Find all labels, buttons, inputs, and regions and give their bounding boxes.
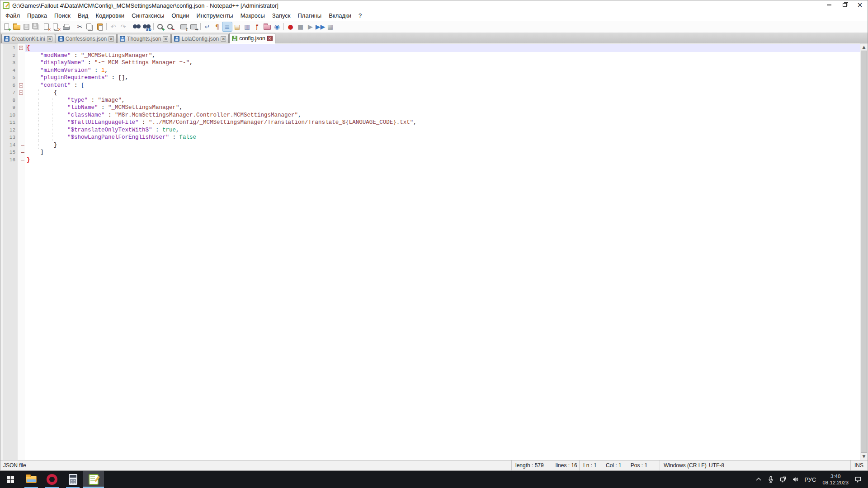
- function-list-button[interactable]: ƒ: [252, 22, 262, 31]
- word-wrap-button[interactable]: ↵: [203, 22, 212, 31]
- volume-tray-button[interactable]: [789, 471, 801, 488]
- folder-as-workspace-button[interactable]: [262, 22, 272, 31]
- code-text[interactable]: }: [25, 156, 860, 164]
- code-text[interactable]: "type" : "image",: [25, 97, 860, 104]
- print-button[interactable]: [61, 22, 71, 31]
- menu-run[interactable]: Запуск: [269, 11, 294, 20]
- fold-toggle[interactable]: [18, 89, 25, 97]
- encoding-label[interactable]: UTF-8: [705, 460, 850, 470]
- new-file-button[interactable]: +: [2, 22, 11, 31]
- editor[interactable]: 1{2 "modName" : "_MCMSettingsManager",3 …: [0, 43, 868, 460]
- save-button[interactable]: [22, 22, 31, 31]
- find-button[interactable]: [132, 22, 142, 31]
- tab-thoughts-json[interactable]: Thoughts.json×: [117, 34, 171, 43]
- start-button[interactable]: [0, 471, 21, 488]
- tab-close-icon[interactable]: ×: [221, 36, 226, 42]
- redo-button[interactable]: ↷: [118, 22, 128, 31]
- monitoring-button[interactable]: ◉: [272, 22, 282, 31]
- menu-tabs[interactable]: Вкладки: [325, 11, 355, 20]
- action-center-button[interactable]: [852, 471, 864, 488]
- close-all-button[interactable]: ×: [52, 22, 61, 31]
- microphone-tray-button[interactable]: [764, 471, 777, 488]
- eol-format-label[interactable]: Windows (CR LF): [660, 460, 705, 470]
- code-text[interactable]: "$showLangPanelForEnglishUser" : false: [25, 134, 860, 141]
- code-text[interactable]: "content" : [: [25, 82, 860, 89]
- save-all-button[interactable]: [32, 22, 41, 31]
- tray-expand-button[interactable]: [752, 471, 764, 488]
- calculator-button[interactable]: [62, 471, 83, 488]
- tab-label: config.json: [239, 35, 265, 42]
- file-explorer-button[interactable]: [21, 471, 42, 488]
- code-text[interactable]: "modName" : "_MCMSettingsManager",: [25, 52, 860, 60]
- document-list-button[interactable]: ▥: [242, 22, 252, 31]
- undo-button[interactable]: ↶: [108, 22, 118, 31]
- code-text[interactable]: {: [25, 44, 860, 52]
- notepad-plus-plus-taskbar-button[interactable]: [83, 471, 104, 488]
- opera-gx-button[interactable]: [42, 471, 62, 488]
- insert-mode-label[interactable]: INS: [850, 460, 868, 470]
- length-label: length : 579: [515, 462, 544, 469]
- language-indicator[interactable]: РУС: [801, 476, 819, 483]
- run-macro-multiple-button[interactable]: ▶▶: [316, 22, 325, 31]
- restore-button[interactable]: [837, 0, 852, 9]
- tab-close-icon[interactable]: ×: [163, 36, 168, 42]
- close-window-button[interactable]: ×: [852, 0, 868, 9]
- scrollbar-thumb[interactable]: [861, 51, 867, 453]
- paste-button[interactable]: [95, 22, 104, 31]
- tab-close-icon[interactable]: ×: [108, 36, 114, 42]
- menu-view[interactable]: Вид: [74, 11, 92, 20]
- menu-plugins[interactable]: Плагины: [294, 11, 326, 20]
- zoom-in-button[interactable]: +: [156, 22, 165, 31]
- sync-vertical-scroll-button[interactable]: ↕: [179, 22, 189, 31]
- document-map-button[interactable]: ▤: [232, 22, 242, 31]
- code-text[interactable]: "libName" : "_MCMSettingsManager",: [25, 104, 860, 112]
- fold-toggle[interactable]: [18, 44, 25, 52]
- code-text[interactable]: }: [25, 141, 860, 149]
- code-text[interactable]: "minMcmVersion" : 1,: [25, 67, 860, 75]
- line-number: 16: [3, 156, 18, 164]
- menu-options[interactable]: Опции: [168, 11, 193, 20]
- network-tray-button[interactable]: [777, 471, 789, 488]
- tab-lolaconfig-json[interactable]: LolaConfig.json×: [171, 34, 229, 43]
- menu-macros[interactable]: Макросы: [237, 11, 269, 20]
- fold-toggle[interactable]: [18, 82, 25, 89]
- menu-help[interactable]: ?: [355, 11, 365, 20]
- tab-config-json[interactable]: config.json×: [229, 33, 275, 43]
- code-text[interactable]: {: [25, 89, 860, 97]
- show-indent-guide-button[interactable]: ≡: [222, 22, 232, 31]
- menu-search[interactable]: Поиск: [51, 11, 74, 20]
- save-macro-icon: ▦: [327, 23, 333, 30]
- code-text[interactable]: ]: [25, 149, 860, 156]
- open-file-button[interactable]: [12, 22, 21, 31]
- show-all-characters-button[interactable]: ¶: [212, 22, 222, 31]
- cut-button[interactable]: ✂: [75, 22, 85, 31]
- sync-horizontal-scroll-button[interactable]: ↔: [189, 22, 198, 31]
- code-text[interactable]: "className" : "M8r.McmSettingsManager.Co…: [25, 112, 860, 119]
- code-text[interactable]: "$fallUILanguageFile" : "../MCM/Config/_…: [25, 119, 860, 127]
- tab-creationkit-ini[interactable]: CreationKit.ini×: [1, 34, 55, 43]
- playback-macro-button[interactable]: ▶: [306, 22, 315, 31]
- stop-recording-button[interactable]: ■: [296, 22, 305, 31]
- zoom-out-button[interactable]: −: [165, 22, 175, 31]
- copy-button[interactable]: [85, 22, 94, 31]
- save-macro-button[interactable]: ▦: [326, 22, 335, 31]
- clock[interactable]: 3:40 08.12.2023: [819, 473, 852, 486]
- vertical-scrollbar[interactable]: ▲ ▼: [860, 43, 868, 460]
- replace-button[interactable]: ab: [142, 22, 151, 31]
- menu-tools[interactable]: Инструменты: [193, 11, 237, 20]
- tab-close-icon[interactable]: ×: [47, 36, 52, 42]
- menu-file[interactable]: Файл: [2, 11, 24, 20]
- menu-edit[interactable]: Правка: [24, 11, 51, 20]
- record-macro-button[interactable]: ●: [286, 22, 295, 31]
- minimize-button[interactable]: [821, 0, 837, 9]
- scroll-up-icon[interactable]: ▲: [860, 43, 868, 51]
- code-text[interactable]: "$translateOnlyTextWith$" : true,: [25, 127, 860, 134]
- menu-encodings[interactable]: Кодировки: [92, 11, 128, 20]
- tab-close-icon[interactable]: ×: [267, 36, 273, 41]
- code-text[interactable]: "displayName" : "-= MCM Settings Manager…: [25, 59, 860, 67]
- scroll-down-icon[interactable]: ▼: [860, 453, 868, 460]
- tab-confessions-json[interactable]: Confessions.json×: [56, 34, 117, 43]
- code-text[interactable]: "pluginRequirements" : [],: [25, 74, 860, 82]
- close-button[interactable]: ×: [42, 22, 51, 31]
- menu-syntaxes[interactable]: Синтаксисы: [128, 11, 168, 20]
